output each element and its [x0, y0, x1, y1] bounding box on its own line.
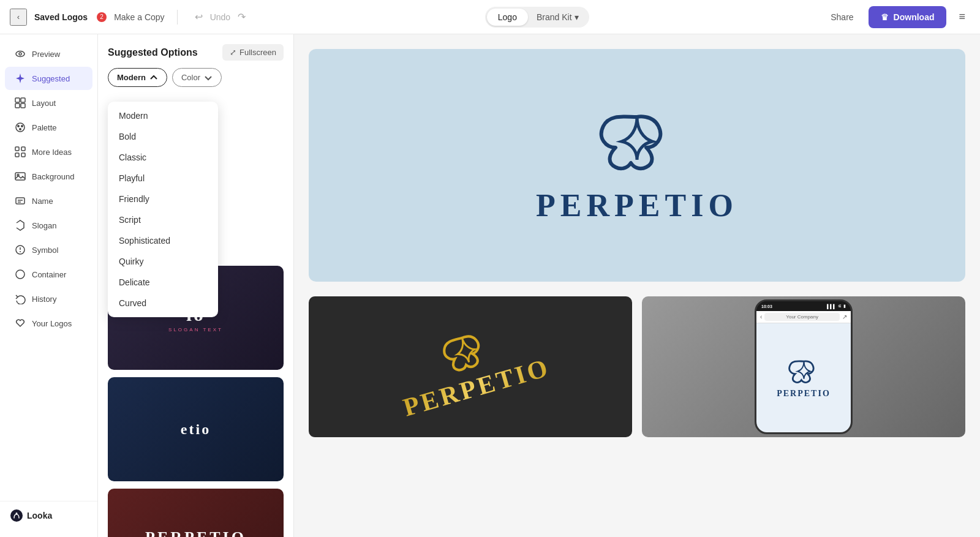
preview-card-phone[interactable]: 10:03 ▌▌▌ ⋐ ▮ ‹ Your Company	[642, 296, 965, 437]
phone-mockup: 10:03 ▌▌▌ ⋐ ▮ ‹ Your Company	[755, 299, 853, 434]
svg-point-0	[16, 51, 24, 57]
gold-logo-inner: PERPETIO	[388, 312, 552, 422]
style-filter-button[interactable]: Modern	[108, 68, 167, 87]
phone-screen: ‹ Your Company ↗	[756, 311, 851, 432]
sidebar-item-preview[interactable]: Preview	[5, 42, 92, 66]
share-button[interactable]: Share	[823, 7, 861, 27]
dropdown-item-delicate[interactable]: Delicate	[108, 272, 218, 293]
preview-card-gold[interactable]: PERPETIO	[309, 296, 632, 437]
sidebar-item-layout[interactable]: Layout	[5, 91, 92, 115]
sidebar-item-symbol[interactable]: Symbol	[5, 238, 92, 261]
phone-status-bar: 10:03 ▌▌▌ ⋐ ▮	[756, 301, 851, 311]
svg-rect-3	[15, 98, 20, 102]
svg-rect-14	[21, 153, 25, 157]
undo-button[interactable]: ↩	[190, 9, 208, 25]
logo-card-brown-bg: PERPETIO SLOGAN TEXT	[108, 489, 284, 537]
dropdown-item-quirky[interactable]: Quirky	[108, 251, 218, 272]
phone-back-arrow: ‹	[760, 314, 762, 320]
container-icon	[15, 269, 26, 280]
logo-option-card-2[interactable]: etio	[108, 377, 284, 481]
svg-rect-11	[15, 147, 19, 151]
svg-rect-13	[15, 153, 19, 157]
svg-rect-12	[21, 147, 25, 151]
sidebar-item-slogan[interactable]: Slogan	[5, 214, 92, 237]
sidebar-item-palette[interactable]: Palette	[5, 116, 92, 139]
dropdown-item-playful[interactable]: Playful	[108, 168, 218, 189]
dropdown-item-script[interactable]: Script	[108, 209, 218, 230]
dropdown-item-classic[interactable]: Classic	[108, 147, 218, 168]
dropdown-item-curved[interactable]: Curved	[108, 293, 218, 314]
logo-card-1-subtitle: SLOGAN TEXT	[168, 327, 223, 332]
svg-rect-17	[16, 198, 24, 204]
panel-header: Suggested Options ⤢ Fullscreen	[98, 34, 293, 68]
signal-icon: ▌▌▌	[827, 304, 836, 309]
topbar-right: Share ♛ Download ≡	[823, 6, 970, 28]
sidebar-bottom: Looka	[0, 501, 97, 530]
sidebar-item-history[interactable]: History	[5, 287, 92, 310]
main-logo-inner: PERPETIO	[536, 108, 738, 223]
sidebar-item-more-ideas[interactable]: More Ideas	[5, 140, 92, 163]
topbar: ‹ Saved Logos 2 Make a Copy ↩ Undo ↷ Log…	[0, 0, 980, 34]
sidebar-item-background[interactable]: Background	[5, 165, 92, 188]
hamburger-menu-button[interactable]: ≡	[954, 8, 970, 26]
phone-share-icon: ↗	[842, 314, 847, 320]
svg-rect-4	[21, 98, 25, 102]
fullscreen-button[interactable]: ⤢ Fullscreen	[222, 44, 284, 61]
looka-logo: Looka	[10, 509, 52, 522]
phone-content: PERPETIO	[756, 323, 851, 432]
redo-button[interactable]: ↷	[233, 9, 251, 25]
download-button[interactable]: ♛ Download	[869, 6, 947, 28]
layout-icon	[15, 97, 26, 108]
crown-icon: ♛	[881, 12, 889, 22]
main-content: PERPETIO PERPETIO	[294, 34, 980, 537]
back-button[interactable]: ‹	[10, 9, 27, 26]
slogan-icon	[15, 220, 26, 231]
undo-label: Undo	[210, 12, 230, 22]
svg-point-23	[16, 270, 24, 279]
svg-point-25	[16, 513, 18, 514]
phone-url-bar: Your Company	[764, 313, 840, 321]
sidebar-item-name[interactable]: Name	[5, 189, 92, 212]
eye-icon	[15, 48, 26, 59]
grid-icon	[15, 146, 26, 157]
main-logo-brand-name: PERPETIO	[536, 187, 738, 223]
saved-logos-label: Saved Logos	[34, 12, 88, 22]
saved-logos-badge: 2	[97, 12, 107, 22]
dropdown-item-friendly[interactable]: Friendly	[108, 189, 218, 209]
sidebar-item-your-logos[interactable]: Your Logos	[5, 312, 92, 335]
background-icon	[15, 171, 26, 182]
symbol-icon	[15, 244, 26, 255]
dropdown-item-bold[interactable]: Bold	[108, 126, 218, 147]
panel-title: Suggested Options	[108, 47, 198, 58]
sidebar-item-container[interactable]: Container	[5, 263, 92, 286]
color-filter-button[interactable]: Color	[172, 68, 222, 87]
svg-point-24	[10, 509, 23, 522]
logo-option-card-3[interactable]: PERPETIO SLOGAN TEXT	[108, 489, 284, 537]
topbar-center: Logo Brand Kit ▾	[251, 7, 823, 28]
dropdown-item-sophisticated[interactable]: Sophisticated	[108, 230, 218, 251]
sidebar: Preview Suggested Layout Palette More Id…	[0, 34, 98, 537]
tab-logo[interactable]: Logo	[487, 9, 528, 26]
preview-grid: PERPETIO 10:03 ▌▌▌ ⋐ ▮	[309, 296, 965, 437]
svg-point-8	[18, 126, 19, 127]
tab-brand-kit[interactable]: Brand Kit ▾	[528, 9, 587, 26]
phone-browser-bar: ‹ Your Company ↗	[756, 311, 851, 323]
gold-logo-container: PERPETIO	[309, 296, 632, 437]
phone-card-bg: 10:03 ▌▌▌ ⋐ ▮ ‹ Your Company	[642, 296, 965, 437]
svg-rect-15	[15, 173, 25, 180]
svg-point-9	[21, 126, 23, 127]
svg-point-1	[19, 53, 21, 55]
logo-card-2-text: etio	[181, 421, 211, 438]
logo-card-2-bg: etio	[108, 377, 284, 481]
svg-point-10	[20, 129, 21, 130]
dropdown-item-modern[interactable]: Modern	[108, 105, 218, 126]
looka-icon	[10, 509, 23, 522]
main-logo-preview[interactable]: PERPETIO	[309, 49, 965, 282]
undo-redo-group: ↩ Undo ↷	[190, 9, 251, 25]
sidebar-item-suggested[interactable]: Suggested	[5, 67, 92, 90]
logo-card-3-text: PERPETIO	[145, 528, 246, 538]
filter-row: Modern Color	[98, 68, 293, 94]
tab-group: Logo Brand Kit ▾	[485, 7, 589, 28]
battery-icon: ▮	[843, 304, 846, 309]
make-copy-link[interactable]: Make a Copy	[114, 12, 164, 22]
